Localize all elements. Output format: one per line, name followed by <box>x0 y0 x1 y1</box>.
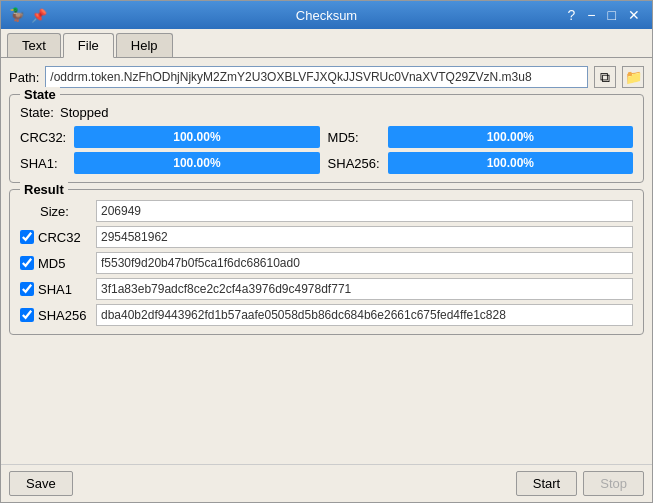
md5-row: MD5 <box>20 252 633 274</box>
result-group: Result Size: CRC32 <box>9 189 644 335</box>
stop-button[interactable]: Stop <box>583 471 644 496</box>
md5-label: MD5 <box>38 256 65 271</box>
sha1-label-container: SHA1 <box>20 282 90 297</box>
sha1-row: SHA1 <box>20 278 633 300</box>
folder-icon: 📁 <box>625 69 642 85</box>
md5-label-container: MD5 <box>20 256 90 271</box>
sha256-label: SHA256 <box>38 308 86 323</box>
sha256-progress-bar: 100.00% <box>388 152 633 174</box>
sha1-progress-bar: 100.00% <box>74 152 319 174</box>
md5-progress-value: 100.00% <box>487 130 534 144</box>
crc32-label-container: CRC32 <box>20 230 90 245</box>
path-label: Path: <box>9 70 39 85</box>
app-icon: 🦆 <box>9 7 25 23</box>
close-button[interactable]: ✕ <box>624 8 644 22</box>
result-grid: Size: CRC32 MD5 <box>20 200 633 326</box>
path-row: Path: ⧉ 📁 <box>9 66 644 88</box>
md5-progress-bar: 100.00% <box>388 126 633 148</box>
path-input[interactable] <box>45 66 588 88</box>
state-group: State State: Stopped CRC32: 100.00% MD5:… <box>9 94 644 183</box>
content-area: Path: ⧉ 📁 State State: Stopped CRC32: 10… <box>1 58 652 464</box>
size-label-container: Size: <box>20 204 90 219</box>
state-status-row: State: Stopped <box>20 105 633 120</box>
bottom-bar: Save Start Stop <box>1 464 652 502</box>
state-label: State: <box>20 105 54 120</box>
tab-help[interactable]: Help <box>116 33 173 57</box>
result-group-title: Result <box>20 182 68 197</box>
bottom-right: Start Stop <box>516 471 644 496</box>
title-bar: 🦆 📌 Checksum ? − □ ✕ <box>1 1 652 29</box>
start-button[interactable]: Start <box>516 471 577 496</box>
minimize-button[interactable]: − <box>583 8 599 22</box>
sha256-progress-value: 100.00% <box>487 156 534 170</box>
pin-icon: 📌 <box>31 8 47 23</box>
state-group-title: State <box>20 87 60 102</box>
tab-text[interactable]: Text <box>7 33 61 57</box>
crc32-checkbox[interactable] <box>20 230 34 244</box>
copy-icon: ⧉ <box>600 69 610 86</box>
crc32-row: CRC32 <box>20 226 633 248</box>
help-button[interactable]: ? <box>564 8 580 22</box>
sha256-row: SHA256 <box>20 304 633 326</box>
md5-checkbox[interactable] <box>20 256 34 270</box>
crc32-input[interactable] <box>96 226 633 248</box>
crc32-progress-value: 100.00% <box>173 130 220 144</box>
title-bar-buttons: ? − □ ✕ <box>564 8 644 22</box>
progress-grid: CRC32: 100.00% MD5: 100.00% SHA1: 100.00… <box>20 126 633 174</box>
crc32-progress-bar: 100.00% <box>74 126 319 148</box>
sha1-label: SHA1 <box>38 282 72 297</box>
sha1-input[interactable] <box>96 278 633 300</box>
sha256-label-container: SHA256 <box>20 308 90 323</box>
browse-button[interactable]: 📁 <box>622 66 644 88</box>
size-row: Size: <box>20 200 633 222</box>
crc32-label: CRC32 <box>38 230 81 245</box>
tab-bar: Text File Help <box>1 29 652 58</box>
md5-progress-label: MD5: <box>328 130 380 145</box>
main-window: 🦆 📌 Checksum ? − □ ✕ Text File Help Path… <box>0 0 653 503</box>
sha1-progress-value: 100.00% <box>173 156 220 170</box>
sha256-input[interactable] <box>96 304 633 326</box>
window-title: Checksum <box>296 8 357 23</box>
save-button[interactable]: Save <box>9 471 73 496</box>
sha256-progress-label: SHA256: <box>328 156 380 171</box>
sha1-progress-label: SHA1: <box>20 156 66 171</box>
sha1-checkbox[interactable] <box>20 282 34 296</box>
maximize-button[interactable]: □ <box>604 8 620 22</box>
sha256-checkbox[interactable] <box>20 308 34 322</box>
size-input[interactable] <box>96 200 633 222</box>
size-label: Size: <box>40 204 69 219</box>
md5-input[interactable] <box>96 252 633 274</box>
tab-file[interactable]: File <box>63 33 114 58</box>
copy-button[interactable]: ⧉ <box>594 66 616 88</box>
bottom-left: Save <box>9 471 73 496</box>
crc32-progress-label: CRC32: <box>20 130 66 145</box>
title-bar-left: 🦆 📌 <box>9 7 47 23</box>
state-value: Stopped <box>60 105 108 120</box>
